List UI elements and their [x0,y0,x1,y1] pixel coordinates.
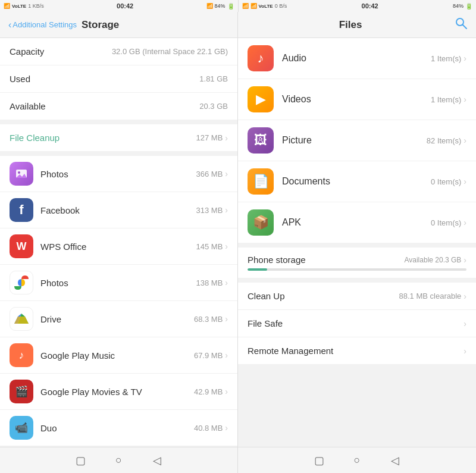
list-item[interactable]: 📄 Documents 0 Item(s) › [238,161,476,202]
file-count: 1 Item(s) › [431,95,466,104]
remote-management-row[interactable]: Remote Management › [238,337,476,364]
file-safe-label: File Safe [248,318,283,328]
storage-title: Storage [82,19,119,31]
battery-left: 84% [215,3,226,9]
chevron-icon: › [225,423,228,433]
list-item[interactable]: ♪ Audio 1 Item(s) › [238,38,476,79]
list-item[interactable]: 📦 APK 0 Item(s) › [238,202,476,243]
capacity-label: Capacity [10,46,44,57]
file-name: Picture [282,135,427,146]
file-count: 1 Item(s) › [431,54,466,63]
recent-apps-button-right[interactable]: ▢ [312,453,326,468]
left-nav-bar: ▢ ○ ◁ [0,447,237,473]
volte-right: VoLTE [259,4,273,9]
file-cleanup-section[interactable]: File Cleanup 127 MB › [0,124,237,151]
speed-right: 0 B/s [275,3,287,9]
back-label: Additional Settings [12,20,77,29]
back-nav-button[interactable]: ◁ [150,453,164,468]
chevron-icon: › [225,278,228,287]
chevron-icon: › [464,218,466,227]
search-button[interactable] [455,17,468,33]
file-count: 82 Item(s) › [427,136,466,145]
right-nav-bar: ▢ ○ ◁ [238,447,476,473]
chevron-icon: › [225,387,228,396]
svg-line-10 [463,25,467,29]
chevron-icon: › [464,255,466,265]
available-label: Available [10,101,46,111]
app-name: Drive [40,314,194,324]
app-size: 40.8 MB › [194,423,228,433]
app-size: 68.3 MB › [194,314,228,324]
list-item[interactable]: f Facebook 313 MB › [0,192,237,228]
bottom-actions-section: Clean Up 88.1 MB clearable › File Safe ›… [238,283,476,364]
clean-up-row[interactable]: Clean Up 88.1 MB clearable › [238,283,476,310]
app-name: Google Play Movies & TV [40,387,194,397]
used-value: 1.81 GB [199,74,228,83]
recent-apps-button[interactable]: ▢ [74,453,88,468]
back-nav-button-right[interactable]: ◁ [388,453,402,468]
file-name: APK [282,217,431,228]
file-safe-row[interactable]: File Safe › [238,310,476,337]
capacity-row: Capacity 32.0 GB (Internal Space 22.1 GB… [0,38,237,65]
back-chevron-icon: ‹ [8,20,11,30]
app-size: 42.9 MB › [194,387,228,396]
app-size: 145 MB › [196,242,228,251]
used-label: Used [10,74,30,84]
app-size: 138 MB › [196,278,228,287]
app-icon-play-music: ♪ [10,343,33,367]
audio-icon: ♪ [248,45,274,71]
list-item[interactable]: Photos 366 MB › [0,156,237,192]
signal2-left: 📶 [206,3,213,9]
phone-storage-value: Available 20.3 GB › [404,255,466,265]
back-button[interactable]: ‹ Additional Settings [8,20,77,30]
file-name: Videos [282,94,431,105]
file-count: 0 Item(s) › [431,218,466,227]
list-item[interactable]: ▶ Videos 1 Item(s) › [238,79,476,120]
list-item[interactable]: Drive 68.3 MB › [0,301,237,337]
available-row: Available 20.3 GB [0,93,237,120]
volte-left: VoLTE [12,4,26,9]
app-name: Facebook [40,205,196,215]
clean-up-value: 88.1 MB clearable › [399,292,466,301]
signal-icon-right: 📶 [242,3,249,9]
storage-progress-fill [248,268,267,271]
chevron-icon: › [225,242,228,251]
list-item[interactable]: ♪ Google Play Music 67.9 MB › [0,337,237,374]
time-left: 00:42 [117,2,133,10]
home-button-right[interactable]: ○ [350,453,364,468]
used-row: Used 1.81 GB [0,65,237,93]
home-button[interactable]: ○ [112,453,126,468]
files-section: ♪ Audio 1 Item(s) › ▶ Videos 1 Item(s) [238,38,476,243]
svg-marker-8 [14,317,29,324]
left-navigation: ▢ ○ ◁ [0,447,237,473]
storage-header: ‹ Additional Settings Storage [0,12,237,38]
list-item[interactable]: Photos 138 MB › [0,265,237,301]
app-icon-wps: W [10,234,33,258]
apk-icon: 📦 [248,209,274,236]
left-panel-storage: ‹ Additional Settings Storage Capacity 3… [0,12,238,473]
app-icon-photos1 [10,162,33,186]
phone-storage-label: Phone storage [248,255,306,265]
list-item[interactable]: W WPS Office 145 MB › [0,228,237,265]
file-cleanup-row[interactable]: File Cleanup 127 MB › [0,124,237,151]
battery-right: 84% [453,3,464,9]
time-right: 00:42 [362,2,378,10]
app-name: Google Play Music [40,350,194,361]
status-bars: 📶 VoLTE 1 KB/s 00:42 📶 84% 🔋 📶 📶 VoLTE 0… [0,0,476,12]
wifi-icon-right: 📶 [250,3,257,9]
chevron-icon: › [225,169,228,178]
app-name: Photos [40,169,196,179]
list-item[interactable]: 🖼 Picture 82 Item(s) › [238,120,476,161]
clean-up-label: Clean Up [248,291,285,301]
storage-content: Capacity 32.0 GB (Internal Space 22.1 GB… [0,38,237,447]
files-header: Files [238,12,476,38]
chevron-icon: › [225,314,228,324]
right-navigation: ▢ ○ ◁ [238,447,476,473]
app-icon-drive [10,307,33,331]
list-item[interactable]: 📹 Duo 40.8 MB › [0,410,237,446]
app-list: Photos 366 MB › f Facebook 313 MB › [0,156,237,446]
list-item[interactable]: 🎬 Google Play Movies & TV 42.9 MB › [0,374,237,410]
right-status-bar: 📶 📶 VoLTE 0 B/s 00:42 84% 🔋 [238,0,477,12]
chevron-icon: › [464,319,466,328]
phone-storage-section[interactable]: Phone storage Available 20.3 GB › [238,248,476,278]
